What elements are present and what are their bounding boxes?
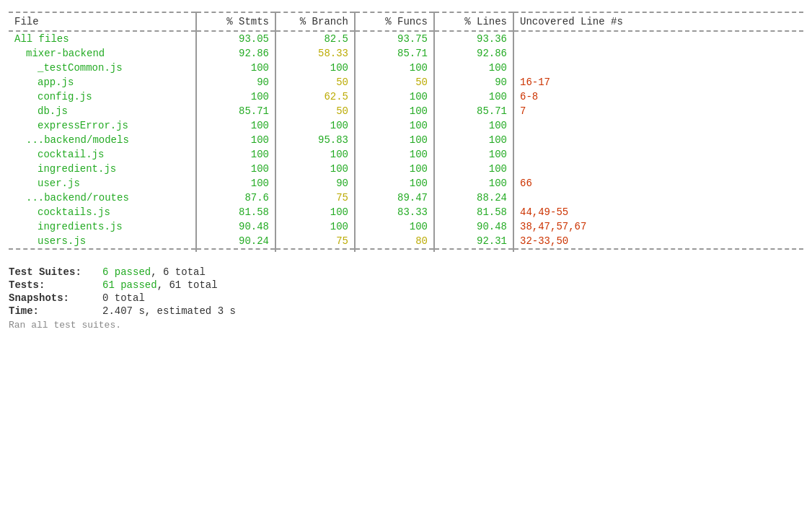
cell-file: cocktails.js [9, 205, 196, 219]
ran-line: Ran all test suites. [9, 320, 803, 331]
table-row: ingredients.js90.4810010090.4838,47,57,6… [9, 219, 803, 234]
cell-funcs: 100 [355, 89, 434, 104]
table-footer-separator [9, 249, 803, 252]
cell-branch: 100 [275, 147, 355, 162]
cell-stmts: 81.58 [196, 205, 275, 219]
summary-snapshots-row: Snapshots: 0 total [9, 292, 803, 304]
cell-funcs: 89.47 [355, 191, 434, 205]
snapshots-value: 0 total [102, 292, 803, 304]
header-lines: % Lines [434, 12, 513, 31]
cell-branch: 95.83 [275, 133, 355, 147]
table-row: ...backend/routes87.67589.4788.24 [9, 191, 803, 205]
header-uncovered: Uncovered Line #s [513, 12, 803, 31]
cell-funcs: 83.33 [355, 205, 434, 219]
cell-file: user.js [9, 176, 196, 191]
cell-stmts: 100 [196, 147, 275, 162]
cell-uncovered: 44,49-55 [513, 205, 803, 219]
cell-branch: 62.5 [275, 89, 355, 104]
suites-value: 6 passed, 6 total [102, 266, 803, 278]
cell-file: app.js [9, 75, 196, 89]
table-row: cocktails.js81.5810083.3381.5844,49-55 [9, 205, 803, 219]
cell-lines: 92.86 [434, 46, 513, 61]
table-row: user.js1009010010066 [9, 176, 803, 191]
cell-funcs: 50 [355, 75, 434, 89]
cell-uncovered: 7 [513, 104, 803, 118]
suites-total: , 6 total [151, 266, 206, 278]
summary-time-row: Time: 2.407 s, estimated 3 s [9, 305, 803, 317]
cell-stmts: 85.71 [196, 104, 275, 118]
tests-total: , 61 total [157, 279, 218, 291]
cell-funcs: 100 [355, 104, 434, 118]
cell-stmts: 100 [196, 162, 275, 176]
cell-branch: 50 [275, 75, 355, 89]
cell-branch: 75 [275, 234, 355, 249]
cell-file: _testCommon.js [9, 61, 196, 75]
cell-uncovered [513, 31, 803, 46]
cell-lines: 92.31 [434, 234, 513, 249]
cell-branch: 100 [275, 205, 355, 219]
time-value: 2.407 s, estimated 3 s [102, 305, 803, 317]
summary-tests-row: Tests: 61 passed, 61 total [9, 279, 803, 291]
cell-lines: 90 [434, 75, 513, 89]
table-row: mixer-backend92.8658.3385.7192.86 [9, 46, 803, 61]
cell-uncovered: 38,47,57,67 [513, 219, 803, 234]
cell-file: db.js [9, 104, 196, 118]
cell-branch: 100 [275, 61, 355, 75]
cell-stmts: 92.86 [196, 46, 275, 61]
cell-funcs: 100 [355, 61, 434, 75]
cell-file: ...backend/routes [9, 191, 196, 205]
time-label: Time: [9, 305, 102, 317]
table-row: expressError.js100100100100 [9, 118, 803, 133]
cell-funcs: 100 [355, 133, 434, 147]
cell-stmts: 87.6 [196, 191, 275, 205]
cell-lines: 100 [434, 147, 513, 162]
cell-file: config.js [9, 89, 196, 104]
header-branch: % Branch [275, 12, 355, 31]
cell-funcs: 93.75 [355, 31, 434, 46]
cell-file: expressError.js [9, 118, 196, 133]
cell-branch: 100 [275, 219, 355, 234]
cell-branch: 50 [275, 104, 355, 118]
cell-uncovered [513, 147, 803, 162]
cell-stmts: 100 [196, 61, 275, 75]
cell-lines: 88.24 [434, 191, 513, 205]
cell-funcs: 80 [355, 234, 434, 249]
table-row: db.js85.715010085.717 [9, 104, 803, 118]
cell-stmts: 100 [196, 118, 275, 133]
table-row: ...backend/models10095.83100100 [9, 133, 803, 147]
cell-funcs: 100 [355, 219, 434, 234]
cell-file: users.js [9, 234, 196, 249]
table-row: ingredient.js100100100100 [9, 162, 803, 176]
tests-passed: 61 passed [102, 279, 157, 291]
cell-funcs: 100 [355, 118, 434, 133]
cell-lines: 90.48 [434, 219, 513, 234]
cell-uncovered: 16-17 [513, 75, 803, 89]
table-row: config.js10062.51001006-8 [9, 89, 803, 104]
cell-uncovered: 6-8 [513, 89, 803, 104]
cell-stmts: 90.24 [196, 234, 275, 249]
table-row: users.js90.24758092.3132-33,50 [9, 234, 803, 249]
table-row: All files93.0582.593.7593.36 [9, 31, 803, 46]
header-funcs: % Funcs [355, 12, 434, 31]
cell-file: All files [9, 31, 196, 46]
cell-branch: 100 [275, 162, 355, 176]
cell-lines: 100 [434, 176, 513, 191]
tests-label: Tests: [9, 279, 102, 291]
coverage-table: File % Stmts % Branch % Funcs % Lines Un… [9, 12, 803, 252]
cell-funcs: 100 [355, 147, 434, 162]
cell-stmts: 100 [196, 176, 275, 191]
cell-funcs: 85.71 [355, 46, 434, 61]
cell-file: ingredients.js [9, 219, 196, 234]
cell-file: cocktail.js [9, 147, 196, 162]
cell-lines: 93.36 [434, 31, 513, 46]
summary-suites-row: Test Suites: 6 passed, 6 total [9, 266, 803, 278]
cell-lines: 100 [434, 89, 513, 104]
cell-uncovered [513, 133, 803, 147]
cell-branch: 100 [275, 118, 355, 133]
tests-value: 61 passed, 61 total [102, 279, 803, 291]
cell-branch: 75 [275, 191, 355, 205]
cell-uncovered [513, 61, 803, 75]
cell-stmts: 90 [196, 75, 275, 89]
cell-stmts: 100 [196, 133, 275, 147]
suites-label: Test Suites: [9, 266, 102, 278]
